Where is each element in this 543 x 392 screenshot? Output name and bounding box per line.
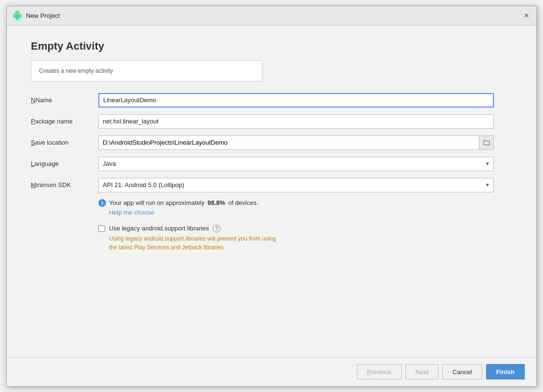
cancel-label-text: Cancel <box>452 368 472 376</box>
language-select[interactable]: Java Kotlin <box>98 157 494 171</box>
section-title: Empty Activity <box>31 40 512 53</box>
checkbox-section: Use legacy android.support libraries ? U… <box>98 225 512 252</box>
save-location-field <box>98 135 494 150</box>
minimum-sdk-label: Minimum SDK <box>31 181 98 189</box>
package-input[interactable] <box>98 114 494 129</box>
cancel-button[interactable]: Cancel <box>442 364 482 379</box>
activity-description: Creates a new empty activity <box>39 68 113 74</box>
close-button[interactable]: ✕ <box>523 12 530 19</box>
next-button[interactable]: Next <box>406 364 439 379</box>
legacy-help-icon[interactable]: ? <box>213 225 220 232</box>
name-row: NName <box>31 93 494 108</box>
save-location-label: Save location <box>31 139 98 146</box>
previous-label-text: revious <box>371 368 392 376</box>
help-me-choose-link[interactable]: Help me choose <box>109 209 154 216</box>
language-label: Language <box>31 160 98 167</box>
legacy-checkbox[interactable] <box>98 225 105 232</box>
name-input[interactable] <box>98 93 494 108</box>
info-icon: i <box>98 199 106 207</box>
minimum-sdk-select-wrapper: API 21: Android 5.0 (Lollipop) API 23: A… <box>98 178 494 192</box>
dialog-footer: Previous Next Cancel Finish <box>7 357 536 386</box>
legacy-desc-line1: Using legacy android.support.libraries w… <box>109 234 512 243</box>
info-section: i Your app will run on approximately 98.… <box>98 199 494 216</box>
next-label-text: Next <box>416 368 429 376</box>
folder-browse-button[interactable] <box>479 136 493 149</box>
finish-label-text: Finish <box>496 368 515 376</box>
info-text-suffix: of devices. <box>228 199 258 206</box>
title-bar: New Project ✕ <box>7 6 536 26</box>
legacy-checkbox-label: Use legacy android.support libraries <box>109 225 209 232</box>
legacy-checkbox-row: Use legacy android.support libraries ? <box>98 225 512 232</box>
info-line: i Your app will run on approximately 98.… <box>98 199 494 207</box>
language-row: Language Java Kotlin ▼ <box>31 157 494 171</box>
save-location-row: Save location <box>31 135 494 150</box>
android-icon <box>13 11 22 20</box>
dialog-title: New Project <box>26 12 60 19</box>
name-label: NName <box>31 96 98 104</box>
save-location-input[interactable] <box>99 137 479 148</box>
language-select-wrapper: Java Kotlin ▼ <box>98 157 494 171</box>
finish-button[interactable]: Finish <box>486 364 525 379</box>
legacy-desc: Using legacy android.support.libraries w… <box>109 234 512 252</box>
new-project-dialog: New Project ✕ Empty Activity Creates a n… <box>6 6 537 387</box>
activity-card: Creates a new empty activity <box>31 60 262 81</box>
legacy-desc-line2: the latest Play Services and Jetpack lib… <box>109 243 512 252</box>
package-name-row: Package name <box>31 114 494 129</box>
package-label: Package name <box>31 118 98 125</box>
previous-button[interactable]: Previous <box>357 364 402 379</box>
minimum-sdk-select[interactable]: API 21: Android 5.0 (Lollipop) API 23: A… <box>98 178 494 192</box>
title-bar-left: New Project <box>13 11 60 20</box>
folder-icon <box>483 140 490 146</box>
info-percentage: 98.8% <box>207 199 225 206</box>
dialog-content: Empty Activity Creates a new empty activ… <box>7 26 536 357</box>
minimum-sdk-row: Minimum SDK API 21: Android 5.0 (Lollipo… <box>31 178 494 192</box>
info-text-prefix: Your app will run on approximately <box>109 199 204 206</box>
